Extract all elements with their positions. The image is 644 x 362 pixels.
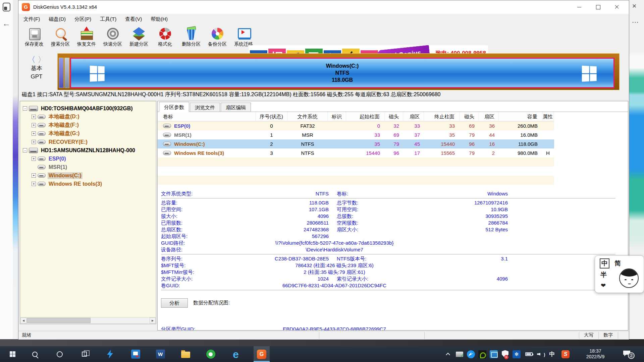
heart-icon[interactable]: ❤ [601,282,606,289]
tree-expander-icon[interactable]: + [32,115,36,119]
tray-security[interactable]: ✕ [500,346,511,362]
scroll-right-icon[interactable]: ▸ [150,317,156,323]
tree-item[interactable]: + 本地磁盘(F:) [20,121,156,129]
tree-expander-icon[interactable]: + [32,131,36,136]
search-button[interactable] [27,346,43,362]
close-button[interactable] [607,0,626,14]
msr-partition-bar[interactable] [64,58,69,88]
table-header-cell[interactable]: 磁头 [460,112,479,121]
tree-item[interactable]: + 本地磁盘(G:) [20,129,156,138]
ime-lang-toggle[interactable]: 中 [600,258,609,268]
toolbar-button[interactable]: 恢复文件 [73,26,100,52]
table-header-cell[interactable]: 属性 [542,112,553,121]
pinned-app-explorer[interactable] [177,346,194,362]
tree-expander-icon[interactable]: + [32,140,36,144]
action-center-button[interactable]: 2 [619,346,637,362]
tray-battery[interactable] [523,346,535,362]
tray-expand-button[interactable] [443,346,452,362]
table-row[interactable]: MSR(1) 1 MSR 33 69 37 35 79 44 16.0MB [158,130,554,139]
tree-item[interactable]: - HD0:TOSHIBAMQ04ABF100(932GB) [20,104,156,113]
table-row[interactable]: ESP(0) 0 FAT32 0 32 33 33 69 36 260.0MB [158,121,554,130]
background-close-icon[interactable]: ✕ [632,3,637,10]
toolbar-button[interactable]: 备份分区 [204,26,230,52]
pinned-app-edge[interactable]: e [228,346,244,362]
table-header-cell[interactable]: 序号(状态) [256,112,287,121]
analyze-button[interactable]: 分析 [161,298,188,308]
next-disk-icon[interactable]: 〉 [38,55,46,64]
start-button[interactable] [4,346,20,362]
menu-item[interactable]: 磁盘(D) [44,14,70,25]
ime-halfwidth-toggle[interactable]: 半 [600,270,607,279]
prev-disk-icon[interactable]: 〈 [28,55,36,64]
tab[interactable]: 浏览文件 [190,103,220,112]
table-header-cell[interactable]: 磁头 [385,112,403,121]
pinned-app-lightning[interactable] [102,346,118,362]
titlebar[interactable]: G DiskGenius V5.4.3.1342 x64 [18,0,629,14]
tab[interactable]: 分区参数 [159,102,189,112]
tray-nvidia[interactable] [477,346,488,362]
tree-item[interactable]: + RECOVERY(E:) [20,138,156,146]
taskbar-diskgenius-active[interactable]: G [254,346,270,362]
background-more-icon[interactable]: ⋯ [632,18,639,26]
tray-snowflake[interactable]: ✻ [511,346,522,362]
windows-partition-bar[interactable]: Windows(C:) NTFS 118.0GB [70,58,614,88]
tree-item[interactable]: MSR(1) [20,163,156,171]
table-header-cell[interactable]: 起始柱面 [346,112,385,121]
menu-item[interactable]: 文件(F) [19,14,44,25]
toolbar-button[interactable]: 格式化 [152,26,178,52]
table-row[interactable]: Windows(C:) 2 NTFS 35 79 45 15440 96 16 … [158,139,554,148]
tree-expander-icon[interactable]: - [23,148,27,153]
toolbar-button[interactable]: 新建分区 [126,26,152,52]
table-header-cell[interactable]: 容量 [499,112,542,121]
toolbar-button[interactable]: 快速分区 [100,26,126,52]
table-header-cell[interactable]: 文件系统 [287,112,328,121]
tree-item[interactable]: + Windows(C:) [20,171,156,180]
cortana-button[interactable] [52,346,68,362]
tree-expander-icon[interactable]: + [32,123,36,127]
table-header-cell[interactable]: 扇区 [479,112,499,121]
pinned-app-blue-window[interactable] [127,346,144,362]
table-header-cell[interactable]: 标识 [328,112,346,121]
minimize-button[interactable] [570,0,589,14]
ime-simplified-toggle[interactable]: 简 [614,259,621,268]
scrollbar-thumb[interactable] [27,318,91,323]
tree-expander-icon[interactable]: - [23,106,27,111]
maximize-button[interactable] [589,0,607,14]
esp-partition-bar[interactable] [59,58,64,88]
menu-item[interactable]: 工具(T) [96,14,121,25]
menu-item[interactable]: 查看(V) [121,14,146,25]
pinned-app-green-browser[interactable] [203,346,219,362]
menu-item[interactable]: 帮助(H) [146,14,172,25]
table-header-cell[interactable]: 终止柱面 [424,112,460,121]
tray-ime-indicator[interactable]: 中 [547,346,557,362]
tree-item[interactable]: + ESP(0) [20,155,156,163]
tray-volume[interactable] [535,346,546,362]
tree-item[interactable]: + 本地磁盘(D:) [20,113,156,121]
tray-updater[interactable]: ✓ [454,346,465,362]
toolbar-button[interactable]: 删除分区 [178,26,204,52]
detail-row: $MFT簇号: 786432 (柱面:426 磁头:239 扇区:6) [161,262,623,269]
tree-expander-icon[interactable]: + [32,182,36,186]
toolbar-button[interactable]: 搜索分区 [47,26,73,52]
taskbar-clock[interactable]: 18:37 2022/5/9 [576,346,615,362]
tree-item[interactable]: + Windows RE tools(3) [20,180,156,188]
back-arrow-icon[interactable]: ← [2,19,10,28]
tray-sogou[interactable]: S [559,346,572,362]
tray-intel-graphics[interactable] [488,346,499,362]
background-tab-icon[interactable] [3,3,10,11]
tree-item[interactable]: - HD1:SAMSUNGMZNLN128HAHQ-000 [20,146,156,155]
tree-expander-icon[interactable]: + [32,173,36,178]
table-header-cell[interactable]: 卷标 [158,112,256,121]
toolbar-button[interactable]: 保存更改 [21,26,47,52]
scroll-left-icon[interactable]: ◂ [20,317,26,323]
ime-mascot-face-icon[interactable] [619,268,639,288]
tree-expander-icon[interactable]: + [32,157,36,161]
tray-messenger[interactable] [466,346,476,362]
tree-horizontal-scrollbar[interactable]: ◂ ▸ [20,317,156,323]
table-header-cell[interactable]: 扇区 [403,112,424,121]
pinned-app-word[interactable]: W [152,346,168,362]
table-row[interactable]: Windows RE tools(3) 3 NTFS 15440 96 17 1… [158,148,554,158]
menu-item[interactable]: 分区(P) [70,14,96,25]
tab[interactable]: 扇区编辑 [221,103,251,112]
task-view-button[interactable] [76,346,92,362]
